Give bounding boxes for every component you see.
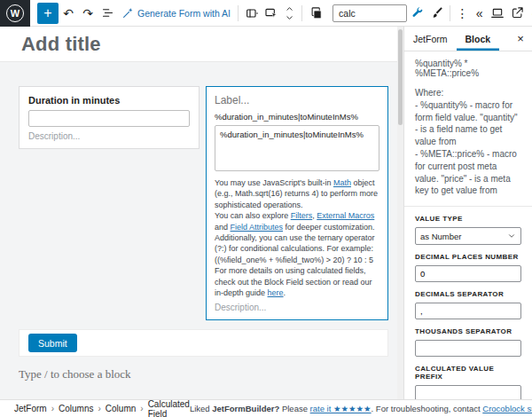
breadcrumb-jetform[interactable]: JetForm xyxy=(14,404,47,413)
magic-wand-icon xyxy=(122,7,134,19)
liked-text: Please xyxy=(279,404,309,413)
value-type-group: VALUE TYPE as Number xyxy=(415,215,521,245)
where-line: - %META::price% - macro for current post… xyxy=(415,149,517,195)
duration-field-input[interactable] xyxy=(28,110,190,127)
breadcrumb-separator-icon: › xyxy=(51,404,54,413)
external-macros-link[interactable]: External Macros xyxy=(317,211,374,220)
where-title: Where: xyxy=(415,88,443,98)
help-text: for deeper customization. xyxy=(283,223,375,232)
filters-link[interactable]: Filters xyxy=(291,211,313,220)
block-movers-button[interactable] xyxy=(281,0,298,27)
thousands-separator-input[interactable] xyxy=(415,340,521,357)
toolbar-divider xyxy=(450,5,450,21)
toolbar-search-input[interactable] xyxy=(332,4,407,22)
block-inserter-button[interactable]: + xyxy=(37,3,59,24)
mover-arrows-icon xyxy=(284,5,295,21)
breadcrumb-columns[interactable]: Columns xyxy=(59,404,93,413)
plugin-name: JetFormBuilder? xyxy=(212,404,279,413)
formula-example: %quantity% * %META::price% xyxy=(415,59,521,78)
close-sidebar-button[interactable]: × xyxy=(509,27,532,51)
calculated-field-formula-label: %duration_in_minutes|toMinuteInMs% xyxy=(215,112,379,122)
tab-block[interactable]: Block xyxy=(457,27,500,51)
undo-icon: ↶ xyxy=(63,6,74,20)
generate-form-with-ai-button[interactable]: Generate Form with AI xyxy=(122,7,231,19)
preview-external-button[interactable] xyxy=(507,0,527,27)
list-view-button[interactable] xyxy=(98,0,117,27)
help-text: . xyxy=(284,288,286,297)
calculated-field-label-placeholder[interactable]: Label... xyxy=(215,94,379,106)
decimal-places-input[interactable] xyxy=(415,265,521,282)
value-prefix-group: CALCULATED VALUE PREFIX For space before… xyxy=(415,365,521,399)
editor-canvas: Add title Duration in minutes Descriptio… xyxy=(0,27,403,399)
kebab-menu-icon: ⋮ xyxy=(457,6,469,20)
select-tool-button[interactable] xyxy=(262,0,281,27)
style-brush-button[interactable] xyxy=(426,0,446,27)
generate-form-with-ai-label: Generate Form with AI xyxy=(137,8,231,19)
duration-field-block[interactable]: Duration in minutes Description... xyxy=(19,86,200,149)
toolbar-options-button[interactable]: ⋮ xyxy=(454,0,471,27)
liked-text: Liked xyxy=(190,404,212,413)
decimal-places-label: DECIMAL PLACES NUMBER xyxy=(415,253,521,261)
value-type-select[interactable]: as Number xyxy=(415,227,521,245)
value-prefix-label: CALCULATED VALUE PREFIX xyxy=(415,365,521,381)
preset-wrench-button[interactable] xyxy=(407,0,426,27)
value-prefix-input[interactable] xyxy=(415,385,521,399)
field-attributes-link[interactable]: Field Attributes xyxy=(231,223,284,232)
block-appender-placeholder[interactable]: Type / to choose a block xyxy=(19,367,388,382)
breadcrumb-column[interactable]: Column xyxy=(106,404,136,413)
breadcrumb: JetForm › Columns › Column › Calculated … xyxy=(14,399,190,417)
toolbar-right-group: ⋮ « « Save ⋮ xyxy=(407,0,532,27)
calculated-field-block-selected[interactable]: Label... %duration_in_minutes|toMinuteIn… xyxy=(206,86,388,320)
post-title-input[interactable]: Add title xyxy=(21,33,101,56)
tab-jetform[interactable]: JetForm xyxy=(404,27,457,51)
breadcrumb-separator-icon: › xyxy=(140,404,143,413)
copy-icon xyxy=(309,6,323,20)
liked-text: . For troubleshooting, contact xyxy=(372,404,483,413)
formula-where-help: Where: - %quantity% - macro for form fie… xyxy=(415,87,521,197)
plugin-feedback-text: Liked JetFormBuilder? Please rate it ★★★… xyxy=(190,404,532,413)
toolbar-divider xyxy=(301,5,302,21)
decimals-separator-label: DECIMALS SEPARATOR xyxy=(415,290,521,298)
thousands-separator-group: THOUSANDS SEPARATOR xyxy=(415,327,521,357)
submit-block[interactable]: Submit xyxy=(19,329,388,357)
math-link[interactable]: Math xyxy=(333,178,351,187)
columns-block: Duration in minutes Description... Label… xyxy=(19,86,388,320)
settings-sidebar: JetForm Block × %quantity% * %META::pric… xyxy=(403,27,532,399)
preview-device-button[interactable] xyxy=(488,0,507,27)
canvas-scrollbar-thumb[interactable] xyxy=(398,29,403,125)
paint-brush-icon xyxy=(430,6,443,20)
redo-icon: ↷ xyxy=(82,6,93,20)
toolbar-divider xyxy=(238,5,239,21)
value-type-label: VALUE TYPE xyxy=(415,215,521,223)
list-view-icon xyxy=(101,6,114,20)
decimals-separator-group: DECIMALS SEPARATOR xyxy=(415,290,521,319)
breadcrumb-separator-icon: › xyxy=(98,404,100,413)
redo-button[interactable]: ↷ xyxy=(78,0,98,27)
block-switcher-button[interactable] xyxy=(242,0,262,27)
rate-it-link[interactable]: rate it ★★★★★ xyxy=(310,404,372,413)
plus-icon: + xyxy=(43,6,51,20)
select-tool-icon xyxy=(264,6,278,20)
help-text: You can also explore xyxy=(215,211,291,220)
block-switcher-icon xyxy=(245,6,259,20)
breadcrumb-calculated-field[interactable]: Calculated Field xyxy=(148,399,190,417)
calculated-field-description: Description... xyxy=(215,303,379,312)
block-settings-panel: %quantity% * %META::price% Where: - %qua… xyxy=(404,51,532,399)
guide-here-link[interactable]: here xyxy=(268,288,284,297)
calculated-field-formula-textarea[interactable]: %duration_in_minutes|toMinuteInMs% xyxy=(215,125,379,171)
duration-field-description: Description... xyxy=(28,131,190,141)
duration-field-label: Duration in minutes xyxy=(28,95,190,106)
wordpress-logo-icon[interactable]: W xyxy=(0,0,30,27)
collapse-left-button[interactable]: « xyxy=(471,0,488,27)
collapse-right-button[interactable]: « xyxy=(527,0,532,27)
value-type-selected: as Number xyxy=(420,232,461,241)
copy-block-button[interactable] xyxy=(306,0,325,27)
undo-button[interactable]: ↶ xyxy=(59,0,78,27)
thousands-separator-label: THOUSANDS SEPARATOR xyxy=(415,327,521,335)
submit-button[interactable]: Submit xyxy=(28,334,77,352)
chevron-down-icon xyxy=(507,232,516,240)
decimals-separator-input[interactable] xyxy=(415,303,521,319)
canvas-scrollbar[interactable] xyxy=(397,27,403,399)
crocoblock-support-link[interactable]: Crocoblock support xyxy=(482,404,532,413)
calculated-field-help-text: You may use JavaScript's built-in Math o… xyxy=(215,177,379,298)
